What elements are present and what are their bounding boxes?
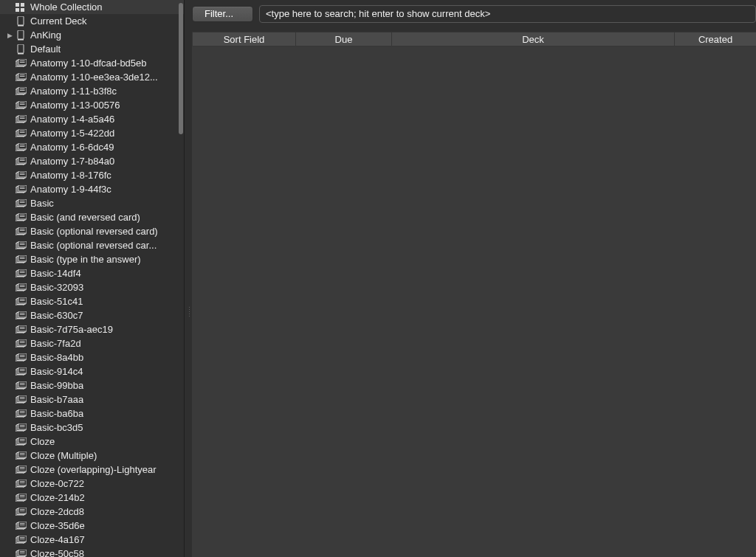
svg-rect-118	[18, 269, 27, 275]
sidebar-item-label: Basic	[30, 198, 54, 209]
note-icon	[15, 451, 27, 460]
svg-rect-146	[18, 325, 27, 331]
sidebar-item-label: Basic-51c41	[30, 296, 83, 307]
sidebar-item-label: Cloze-2dcd8	[30, 506, 84, 517]
sidebar-item[interactable]: Cloze (Multiple)	[0, 449, 184, 463]
sidebar-item[interactable]: Anatomy 1-10-dfcad-bd5eb	[0, 56, 184, 70]
sidebar-item[interactable]: Basic (and reversed card)	[0, 210, 184, 224]
svg-rect-174	[18, 381, 27, 387]
sidebar-item-label: Anatomy 1-10-dfcad-bd5eb	[30, 58, 147, 69]
sidebar-item-label: Basic-8a4bb	[30, 352, 83, 363]
sidebar-item-label: Current Deck	[30, 15, 87, 27]
note-icon	[15, 353, 27, 362]
sidebar-item[interactable]: Basic (optional reversed car...	[0, 238, 184, 252]
svg-rect-139	[18, 311, 27, 317]
svg-rect-69	[18, 171, 27, 177]
column-deck[interactable]: Deck	[392, 32, 675, 46]
note-icon	[15, 465, 27, 474]
note-icon	[15, 381, 27, 390]
sidebar-item[interactable]: Cloze	[0, 435, 184, 449]
sidebar-scrollbar[interactable]	[179, 3, 183, 134]
sidebar-item[interactable]: Anatomy 1-10-ee3ea-3de12...	[0, 70, 184, 84]
sidebar-item[interactable]: Whole Collection	[0, 0, 184, 14]
sidebar-item[interactable]: Anatomy 1-5-422dd	[0, 126, 184, 140]
sidebar-item[interactable]: Anatomy 1-9-44f3c	[0, 182, 184, 196]
note-icon	[15, 521, 27, 530]
sidebar-item[interactable]: Anatomy 1-11-b3f8c	[0, 84, 184, 98]
sidebar-item[interactable]: Basic (optional reversed card)	[0, 224, 184, 238]
deck-icon	[15, 30, 27, 40]
svg-rect-111	[18, 255, 27, 261]
sidebar-item[interactable]: Basic (type in the answer)	[0, 252, 184, 266]
search-input[interactable]	[259, 5, 756, 23]
sidebar-item[interactable]: Basic-99bba	[0, 378, 184, 392]
sidebar-item-label: Cloze (overlapping)-Lightyear	[30, 464, 157, 475]
sidebar-item-label: Cloze-35d6e	[30, 520, 85, 531]
note-icon	[15, 311, 27, 320]
sidebar-item[interactable]: Basic-bc3d5	[0, 421, 184, 435]
sidebar-item[interactable]: Basic-7fa2d	[0, 336, 184, 350]
sidebar-item[interactable]: Cloze-214b2	[0, 491, 184, 505]
column-sort-field[interactable]: Sort Field	[193, 32, 296, 46]
sidebar-item[interactable]: ▶AnKing	[0, 28, 184, 42]
sidebar-item[interactable]: Basic-51c41	[0, 294, 184, 308]
sidebar-item-label: Anatomy 1-7-b84a0	[30, 156, 114, 167]
svg-rect-104	[18, 241, 27, 247]
sidebar-item[interactable]: Cloze-50c58	[0, 547, 184, 557]
sidebar-item[interactable]: Cloze-2dcd8	[0, 505, 184, 519]
note-icon	[15, 255, 27, 264]
sidebar-item[interactable]: Basic-7d75a-aec19	[0, 322, 184, 336]
note-icon	[15, 128, 27, 138]
svg-rect-34	[18, 101, 27, 107]
sidebar-item[interactable]: Anatomy 1-7-b84a0	[0, 154, 184, 168]
sidebar-item[interactable]: Cloze-0c722	[0, 477, 184, 491]
sidebar-item[interactable]: Basic-914c4	[0, 364, 184, 378]
sidebar-item-label: Anatomy 1-10-ee3ea-3de12...	[30, 72, 158, 83]
sidebar-item[interactable]: Cloze (overlapping)-Lightyear	[0, 463, 184, 477]
sidebar-item[interactable]: Current Deck	[0, 14, 184, 28]
svg-rect-13	[18, 59, 27, 65]
svg-rect-237	[18, 508, 27, 513]
svg-rect-244	[18, 522, 27, 527]
table-body	[192, 46, 756, 557]
filter-button[interactable]: Filter...	[192, 6, 253, 22]
note-icon	[15, 156, 27, 166]
sidebar-item-label: Anatomy 1-11-b3f8c	[30, 86, 117, 97]
sidebar-item[interactable]: Anatomy 1-13-00576	[0, 98, 184, 112]
sidebar-item-label: Basic-ba6ba	[30, 408, 83, 419]
column-created[interactable]: Created	[675, 32, 756, 46]
sidebar-item-label: Basic-630c7	[30, 310, 83, 321]
sidebar-item[interactable]: Basic-8a4bb	[0, 350, 184, 364]
sidebar-item-label: Basic-7d75a-aec19	[30, 324, 113, 335]
sidebar-item[interactable]: Default	[0, 42, 184, 56]
splitter-handle[interactable]: ·····	[188, 306, 191, 317]
svg-rect-230	[18, 494, 27, 499]
svg-rect-223	[18, 480, 27, 485]
note-icon	[15, 507, 27, 516]
column-due[interactable]: Due	[296, 32, 392, 46]
sidebar-item[interactable]: Basic-b7aaa	[0, 392, 184, 406]
sidebar-item[interactable]: Anatomy 1-6-6dc49	[0, 140, 184, 154]
expand-triangle-icon[interactable]: ▶	[6, 32, 13, 39]
svg-rect-5	[18, 25, 24, 27]
svg-rect-41	[18, 115, 27, 121]
svg-rect-2	[16, 8, 19, 12]
sidebar-item[interactable]: Basic	[0, 196, 184, 210]
sidebar-item[interactable]: Basic-ba6ba	[0, 406, 184, 421]
note-icon	[15, 72, 27, 82]
sidebar-item[interactable]: Basic-32093	[0, 280, 184, 294]
sidebar-item[interactable]: Anatomy 1-4-a5a46	[0, 112, 184, 126]
sidebar-item-label: Basic-bc3d5	[30, 422, 83, 433]
sidebar-item-label: Cloze-0c722	[30, 478, 84, 489]
svg-rect-8	[18, 44, 24, 53]
sidebar-item[interactable]: Cloze-35d6e	[0, 519, 184, 533]
sidebar-item[interactable]: Basic-630c7	[0, 308, 184, 322]
sidebar-item-label: Basic-32093	[30, 282, 83, 293]
sidebar-item[interactable]: Anatomy 1-8-176fc	[0, 168, 184, 182]
sidebar-item[interactable]: Basic-14df4	[0, 266, 184, 280]
sidebar-item[interactable]: Cloze-4a167	[0, 533, 184, 547]
svg-rect-27	[18, 87, 27, 93]
sidebar-item-label: Cloze (Multiple)	[30, 450, 97, 461]
sidebar-item-label: AnKing	[30, 30, 61, 41]
sidebar-item-label: Basic (and reversed card)	[30, 212, 140, 223]
